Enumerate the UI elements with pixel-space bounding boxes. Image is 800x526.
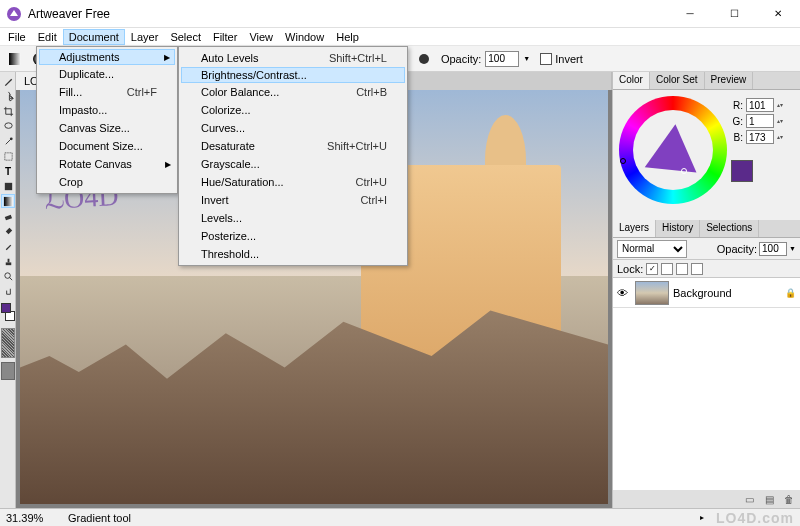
pattern-swatch[interactable] — [1, 328, 15, 358]
hand-tool-icon[interactable] — [1, 284, 15, 298]
document-menu-dropdown: Adjustments▶Duplicate...Fill...Ctrl+FImp… — [36, 46, 178, 194]
menuitem-desaturate[interactable]: DesaturateShift+Ctrl+U — [181, 137, 405, 155]
paper-swatch[interactable] — [1, 362, 15, 380]
svg-point-7 — [419, 54, 429, 64]
opacity-input[interactable] — [485, 51, 519, 67]
svg-rect-10 — [4, 152, 11, 159]
menu-select[interactable]: Select — [164, 29, 207, 45]
lock-position-icon[interactable] — [676, 263, 688, 275]
new-group-icon[interactable]: ▭ — [742, 492, 756, 506]
zoom-display[interactable]: 31.39% — [6, 512, 56, 524]
layers-tab-history[interactable]: History — [656, 220, 700, 237]
text-tool-icon[interactable]: T — [1, 164, 15, 178]
menu-layer[interactable]: Layer — [125, 29, 165, 45]
menuitem-canvas-size[interactable]: Canvas Size... — [39, 119, 175, 137]
menuitem-document-size[interactable]: Document Size... — [39, 137, 175, 155]
maximize-button[interactable]: ☐ — [712, 0, 756, 28]
menuitem-hue-saturation[interactable]: Hue/Saturation...Ctrl+U — [181, 173, 405, 191]
app-icon — [6, 6, 22, 22]
gradient-tool-icon[interactable] — [1, 194, 15, 208]
menu-filter[interactable]: Filter — [207, 29, 243, 45]
menuitem-adjustments[interactable]: Adjustments▶ — [39, 49, 175, 65]
color-swatches[interactable] — [1, 303, 15, 321]
layer-thumbnail[interactable] — [635, 281, 669, 305]
zoom-tool-icon[interactable] — [1, 269, 15, 283]
svg-point-9 — [9, 137, 12, 140]
tool-palette: T — [0, 72, 16, 508]
menu-help[interactable]: Help — [330, 29, 365, 45]
menuitem-crop: Crop — [39, 173, 175, 191]
menu-view[interactable]: View — [243, 29, 279, 45]
right-panels: ColorColor SetPreview R:▴▾ G:▴▾ B:▴▾ Lay… — [612, 72, 800, 508]
svg-rect-15 — [7, 258, 9, 262]
layers-tab-selections[interactable]: Selections — [700, 220, 759, 237]
color-panel-tabs: ColorColor SetPreview — [613, 72, 800, 90]
menuitem-color-balance[interactable]: Color Balance...Ctrl+B — [181, 83, 405, 101]
layer-row[interactable]: 👁 Background 🔒 — [613, 278, 800, 308]
dropper-tool-icon[interactable] — [1, 239, 15, 253]
menu-file[interactable]: File — [2, 29, 32, 45]
bucket-tool-icon[interactable] — [1, 224, 15, 238]
menuitem-posterize[interactable]: Posterize... — [181, 227, 405, 245]
menuitem-duplicate[interactable]: Duplicate... — [39, 65, 175, 83]
menu-document[interactable]: Document — [63, 29, 125, 45]
opacity-label: Opacity: — [441, 53, 481, 65]
lock-paint-icon[interactable] — [661, 263, 673, 275]
svg-rect-1 — [9, 53, 21, 65]
new-layer-icon[interactable]: ▤ — [762, 492, 776, 506]
crop-tool-icon[interactable] — [1, 104, 15, 118]
menu-window[interactable]: Window — [279, 29, 330, 45]
layer-opacity-input[interactable] — [759, 242, 787, 256]
svg-line-17 — [9, 277, 12, 280]
menuitem-grayscale[interactable]: Grayscale... — [181, 155, 405, 173]
svg-rect-12 — [3, 196, 12, 205]
eraser-tool-icon[interactable] — [1, 209, 15, 223]
lock-transparency-icon[interactable]: ✓ — [646, 263, 658, 275]
close-button[interactable]: ✕ — [756, 0, 800, 28]
layers-panel-tabs: LayersHistorySelections — [613, 220, 800, 238]
layers-tab-layers[interactable]: Layers — [613, 220, 656, 237]
titlebar: Artweaver Free ─ ☐ ✕ — [0, 0, 800, 28]
menuitem-invert[interactable]: InvertCtrl+I — [181, 191, 405, 209]
menu-edit[interactable]: Edit — [32, 29, 63, 45]
layer-name: Background — [673, 287, 781, 299]
minimize-button[interactable]: ─ — [668, 0, 712, 28]
invert-checkbox[interactable]: Invert — [540, 53, 583, 65]
color-wheel[interactable] — [619, 96, 727, 204]
menuitem-curves[interactable]: Curves... — [181, 119, 405, 137]
invert-label: Invert — [555, 53, 583, 65]
color-r-input[interactable] — [746, 98, 774, 112]
color-tab-color-set[interactable]: Color Set — [650, 72, 705, 89]
color-g-input[interactable] — [746, 114, 774, 128]
menuitem-auto-levels[interactable]: Auto LevelsShift+Ctrl+L — [181, 49, 405, 67]
wand-tool-icon[interactable] — [1, 134, 15, 148]
menuitem-colorize[interactable]: Colorize... — [181, 101, 405, 119]
menuitem-rotate-canvas[interactable]: Rotate Canvas▶ — [39, 155, 175, 173]
brush-tool-icon[interactable] — [1, 74, 15, 88]
menuitem-fill[interactable]: Fill...Ctrl+F — [39, 83, 175, 101]
lock-all-icon[interactable] — [691, 263, 703, 275]
delete-layer-icon[interactable]: 🗑 — [782, 492, 796, 506]
menuitem-threshold[interactable]: Threshold... — [181, 245, 405, 263]
blend-mode-select[interactable]: Normal — [617, 240, 687, 258]
menuitem-levels[interactable]: Levels... — [181, 209, 405, 227]
marquee-tool-icon[interactable] — [1, 149, 15, 163]
lasso-tool-icon[interactable] — [1, 119, 15, 133]
adjustments-submenu: Auto LevelsShift+Ctrl+LBrightness/Contra… — [178, 46, 408, 266]
shape-tool-icon[interactable] — [1, 179, 15, 193]
menuitem-brightness-contrast[interactable]: Brightness/Contrast... — [181, 67, 405, 83]
statusbar: 31.39% Gradient tool ▸ LO4D.com — [0, 508, 800, 526]
current-tool-display: Gradient tool — [68, 512, 688, 524]
color-tab-preview[interactable]: Preview — [705, 72, 754, 89]
svg-rect-13 — [4, 214, 11, 220]
color-tab-color[interactable]: Color — [613, 72, 650, 89]
gradient-linear-icon[interactable] — [4, 48, 26, 70]
stamp-tool-icon[interactable] — [1, 254, 15, 268]
move-tool-icon[interactable] — [1, 89, 15, 103]
menuitem-impasto[interactable]: Impasto... — [39, 101, 175, 119]
mode-icon-2[interactable] — [413, 48, 435, 70]
visibility-icon[interactable]: 👁 — [617, 287, 631, 299]
current-color-swatch[interactable] — [731, 160, 753, 182]
color-b-input[interactable] — [746, 130, 774, 144]
watermark: LO4D.com — [716, 510, 794, 526]
